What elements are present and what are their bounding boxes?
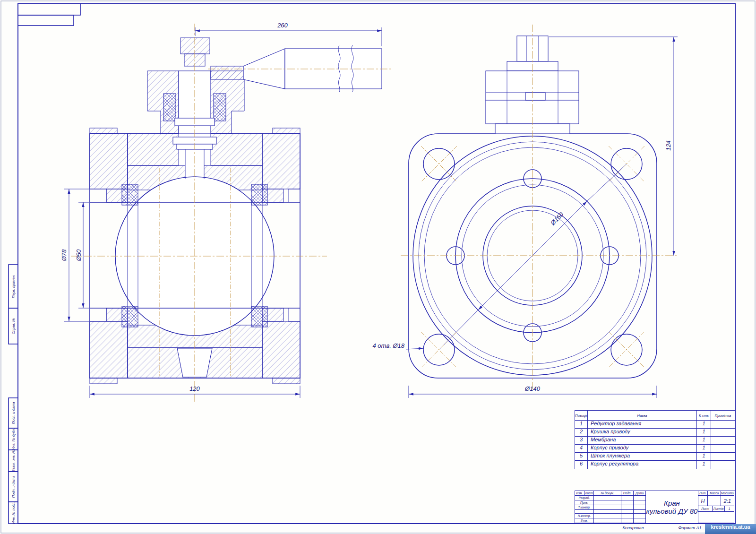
margin-stamp-label: Подп. и дата [11,476,16,498]
part-pos: 1 [575,421,588,429]
parts-table-header: Позиція Назва К-сть Примітка [575,411,735,421]
part-qty: 1 [697,445,711,453]
dim-bore-inner: Ø50 [75,249,82,261]
packing [214,94,226,121]
part-qty: 1 [697,421,711,429]
tb-col-list: Лист [584,491,594,496]
part-name: Мембрана [588,437,697,445]
drawing-title-line2: кульовий ДУ 80 [646,507,698,515]
margin-stamps: Перв. примен. Справ. № Подп. и дата Инв.… [9,265,18,524]
packing [163,94,176,121]
part-qty: 1 [697,437,711,445]
tb-scale-value: 2:1 [721,496,734,506]
tb-sheet-label: Лист [698,506,713,512]
dim-bolt-circle: Ø150 [549,211,565,227]
tb-mass-value [708,496,721,506]
dim-flange-width: Ø140 [524,385,541,392]
seat-ring [251,306,267,327]
tb-mass-label: Масса [708,491,721,496]
tb-role: Утв. [575,518,594,523]
dim-body-width: 120 [189,385,200,392]
tb-role: Т.контр. [575,505,594,510]
margin-stamp-label: Инв. № подл. [11,502,16,524]
margin-stamp-label: Справ. № [11,318,16,334]
seat-ring [122,184,138,205]
part-qty: 1 [697,429,711,437]
part-pos: 5 [575,453,588,461]
part-qty: 1 [697,461,711,469]
parts-header-pos: Позиція [575,411,588,421]
parts-row: 5 Шток плунжера 1 [575,453,735,461]
title-block-right: Лит. Масса Масштаб Н 2:1 Лист Листів 1 [698,491,734,523]
tb-col-podp: Подп. [621,491,634,496]
tb-sheets-value: 1 [725,506,734,512]
dim-bore-outer: Ø78 [60,249,68,261]
parts-row: 6 Корпус регулятора 1 [575,461,735,469]
tb-lit-label: Лит. [698,491,708,496]
parts-row: 1 Редуктор задавання 1 [575,421,735,429]
part-name: Шток плунжера [588,453,697,461]
dim-stem-height: 124 [665,140,672,151]
parts-header-qty: К-сть [697,411,711,421]
drawing-title: Кран кульовий ДУ 80 [646,499,698,515]
seat-ring [122,306,138,327]
title-block-center: Кран кульовий ДУ 80 [646,491,698,523]
handle-hub [211,66,243,79]
part-name: Корпус регулятора [588,461,697,469]
part-note [711,461,735,469]
margin-stamp-label: Подп. и дата [11,402,16,424]
tb-role: Разраб. [575,496,594,500]
part-note [711,429,735,437]
tb-role: Пров. [575,500,594,505]
part-note [711,453,735,461]
part-pos: 2 [575,429,588,437]
footer-copied-label: Копировал [610,525,657,530]
tb-lit-value: Н [698,496,708,506]
margin-stamp-label: Инв. № дубл. [11,428,16,450]
title-block-left: Изм. Лист № докум. Подп. Дата Разраб. Пр… [575,491,646,523]
drawing-sheet: Перв. примен. Справ. № Подп. и дата Инв.… [0,0,756,534]
dim-handle-length: 260 [277,22,288,29]
tb-role [575,510,594,514]
drawing-title-line1: Кран [646,499,698,507]
tb-col-date: Дата [634,491,646,496]
part-pos: 6 [575,461,588,469]
margin-stamp-label: Перв. примен. [11,275,16,298]
part-note [711,421,735,429]
site-watermark: kreslennia.at.ua [705,524,756,534]
tb-role: Н.контр. [575,514,594,518]
parts-row: 4 Корпус приводу 1 [575,445,735,453]
margin-stamp-label: Взам. инв. № [11,450,16,472]
side-view: Ø150 124 4 отв. Ø18 Ø140 [373,25,679,398]
front-view: 260 Ø78 Ø50 120 [60,22,391,402]
part-pos: 4 [575,445,588,453]
part-note [711,445,735,453]
tb-col-doc: № докум. [594,491,621,496]
part-note [711,437,735,445]
holes-note-label: 4 отв. Ø18 [373,342,405,349]
parts-row: 3 Мембрана 1 [575,437,735,445]
tb-scale-label: Масштаб [721,491,734,496]
parts-header-name: Назва [588,411,697,421]
part-name: Редуктор задавання [588,421,697,429]
corner-stamp-box-1 [18,4,80,15]
parts-row: 2 Кришка приводу 1 [575,429,735,437]
part-name: Корпус приводу [588,445,697,453]
part-name: Кришка приводу [588,429,697,437]
tb-col-izm: Изм. [575,491,584,496]
title-block: Изм. Лист № докум. Подп. Дата Разраб. Пр… [575,491,735,524]
parts-table: Позиція Назва К-сть Примітка 1 Редуктор … [575,410,735,469]
part-qty: 1 [697,453,711,461]
seat-ring [251,184,267,205]
tb-sheets-label: Листів [713,506,725,512]
corner-stamp-box-2 [18,15,74,26]
parts-header-note: Примітка [711,411,735,421]
part-pos: 3 [575,437,588,445]
